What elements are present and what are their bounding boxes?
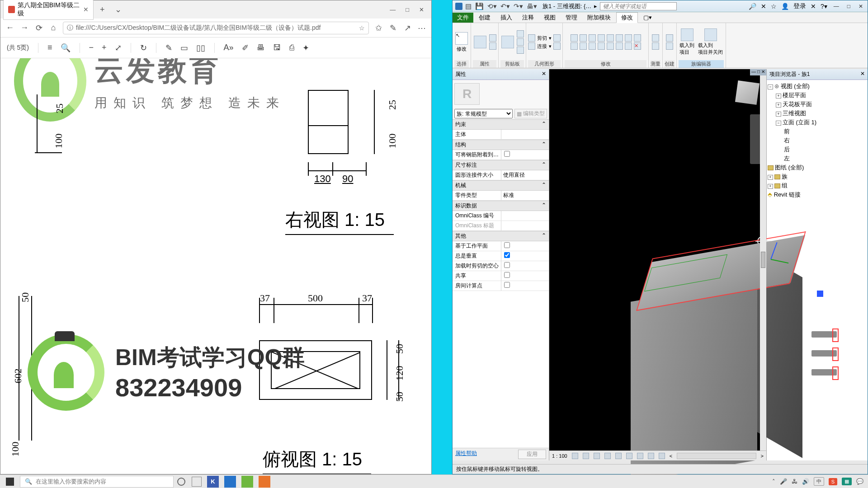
create-similar-icon[interactable] (666, 34, 673, 42)
rotate-button[interactable]: ↻ (140, 43, 147, 53)
crop-icon[interactable] (615, 453, 622, 459)
revit-min-button[interactable]: — (832, 3, 841, 9)
toc-button[interactable]: ≡ (47, 43, 52, 52)
highlight-button[interactable]: ✐ (242, 43, 249, 53)
taskbar-app-edge[interactable] (222, 475, 239, 488)
match-icon[interactable] (517, 47, 524, 54)
tray-mic-icon[interactable]: 🎤 (780, 478, 787, 485)
tree-sheets[interactable]: 图纸 (全部) (768, 163, 867, 172)
vcb-chevron-right[interactable]: > (761, 453, 764, 459)
cut-icon[interactable] (517, 30, 524, 38)
join-geometry-button[interactable]: 连接 ▾ (528, 42, 561, 50)
tray-volume-icon[interactable]: 🔊 (802, 478, 809, 485)
tab-addins[interactable]: 附加模块 (583, 13, 615, 23)
tab-list-button[interactable]: ⌄ (111, 5, 125, 14)
detail-level-icon[interactable] (572, 453, 578, 459)
array-icon[interactable] (616, 34, 623, 42)
notifications-icon[interactable]: 💬 (856, 478, 863, 485)
save-button[interactable]: 🖫 (273, 43, 281, 52)
help-icon[interactable]: ?▾ (821, 3, 827, 10)
login-link[interactable]: 登录 (793, 2, 806, 10)
view-min-icon[interactable]: — (751, 69, 756, 75)
sogou-ime-icon[interactable]: S (829, 478, 837, 485)
modify-tool-button[interactable]: ↖修改 (454, 31, 469, 53)
taskbar-app-green[interactable] (239, 475, 256, 488)
new-tab-button[interactable]: + (96, 5, 108, 14)
mirror-axis-icon[interactable] (589, 34, 596, 42)
tree-elev-left[interactable]: 左 (768, 154, 867, 163)
group-icon[interactable] (616, 42, 623, 50)
browser-close-icon[interactable]: ✕ (860, 70, 865, 78)
taskbar-app-orange[interactable] (256, 475, 273, 488)
align-icon[interactable] (571, 34, 578, 42)
help-search-input[interactable] (600, 2, 677, 10)
tray-app-icon[interactable]: ▦ (842, 478, 852, 485)
zoom-in-button[interactable]: + (102, 43, 107, 52)
lock3d-icon[interactable] (637, 453, 643, 459)
two-page-button[interactable]: ▯▯ (196, 43, 205, 53)
tray-network-icon[interactable]: 🖧 (792, 478, 797, 485)
revit-logo-icon[interactable] (455, 3, 462, 10)
split-icon[interactable] (607, 34, 614, 42)
move-icon[interactable] (571, 42, 578, 50)
erase-button[interactable]: ▭ (180, 43, 188, 53)
revit-close-button[interactable]: ✕ (857, 3, 865, 9)
more-button[interactable]: ⋯ (417, 23, 427, 33)
reveal-icon[interactable] (659, 453, 665, 459)
load-close-button[interactable]: 载入到 项目并关闭 (697, 28, 724, 56)
print-button[interactable]: 🖶 (257, 43, 265, 52)
tree-elevations[interactable]: −立面 (立面 1) (768, 118, 867, 127)
draw-button[interactable]: ✎ (165, 43, 172, 53)
tree-elev-back[interactable]: 后 (768, 145, 867, 154)
prop-omninum-value[interactable] (501, 211, 549, 221)
pin-icon[interactable] (634, 34, 641, 42)
trim-icon[interactable] (598, 42, 605, 50)
taskview-button[interactable] (189, 475, 204, 488)
type-prop-icon[interactable] (489, 34, 496, 42)
pdf-viewport[interactable]: 云发教育 用知识 筑梦想 造未来 25 100 25 100 130 90 右视… (0, 58, 431, 474)
qat-undo-icon[interactable]: ↶▾ (500, 2, 510, 10)
group-other[interactable]: 其他⌃ (453, 231, 549, 241)
reading-button[interactable]: ✎ (388, 23, 398, 33)
qat-save-icon[interactable]: 💾 (475, 2, 484, 10)
tab-options[interactable]: ▢▾ (639, 13, 656, 22)
viewport-scrollbar-h[interactable] (677, 453, 756, 459)
tab-manage[interactable]: 管理 (561, 13, 582, 23)
revit-max-button[interactable]: □ (845, 3, 852, 9)
browser-tab[interactable]: 第八期全国BIM等级二级 ✕ (3, 0, 94, 20)
qat-redo-icon[interactable]: ↷▾ (514, 2, 523, 10)
properties-close-icon[interactable]: ✕ (542, 70, 546, 78)
zoom-out-button[interactable]: − (89, 43, 94, 52)
tray-chevron-icon[interactable]: ˄ (772, 478, 775, 485)
family-type-select[interactable]: 族: 常规模型 (454, 109, 513, 118)
home-button[interactable]: ⌂ (48, 23, 58, 33)
tree-elev-front[interactable]: 前 (768, 127, 867, 136)
prop-host-value[interactable] (501, 130, 549, 139)
ime-indicator[interactable]: 中 (814, 477, 824, 486)
load-into-project-button[interactable]: 载入到 项目 (679, 28, 695, 56)
tab-file[interactable]: 文件 (453, 13, 473, 23)
prop-cutvoid-checkbox[interactable] (504, 262, 510, 268)
tab-insert[interactable]: 插入 (496, 13, 517, 23)
copy-icon[interactable] (517, 38, 524, 46)
scrollbar-thumb[interactable] (761, 252, 765, 268)
refresh-button[interactable]: ⟳ (34, 23, 44, 33)
create-group-icon[interactable] (666, 42, 673, 50)
taskbar-app-k[interactable]: K (204, 475, 222, 488)
favorite-button[interactable]: ☆ (359, 24, 365, 32)
paste-button[interactable] (500, 35, 515, 49)
start-button[interactable] (0, 475, 20, 488)
properties-apply-button[interactable]: 应用 (518, 450, 546, 459)
readaloud-button[interactable]: A» (224, 43, 234, 52)
properties-help-link[interactable]: 属性帮助 (455, 450, 477, 459)
drag-grip-icon[interactable] (817, 291, 823, 297)
measure-icon[interactable] (652, 34, 659, 42)
scale-icon[interactable] (625, 34, 632, 42)
shadows-icon[interactable] (604, 453, 611, 459)
tree-links[interactable]: ⬘ Revit 链接 (768, 190, 867, 199)
tab-modify[interactable]: 修改 (616, 12, 638, 23)
sun-path-icon[interactable] (594, 453, 600, 459)
prop-rebar-checkbox[interactable] (504, 151, 510, 157)
window-maximize-button[interactable]: □ (406, 6, 409, 13)
tree-floor-plans[interactable]: +楼层平面 (768, 91, 867, 100)
